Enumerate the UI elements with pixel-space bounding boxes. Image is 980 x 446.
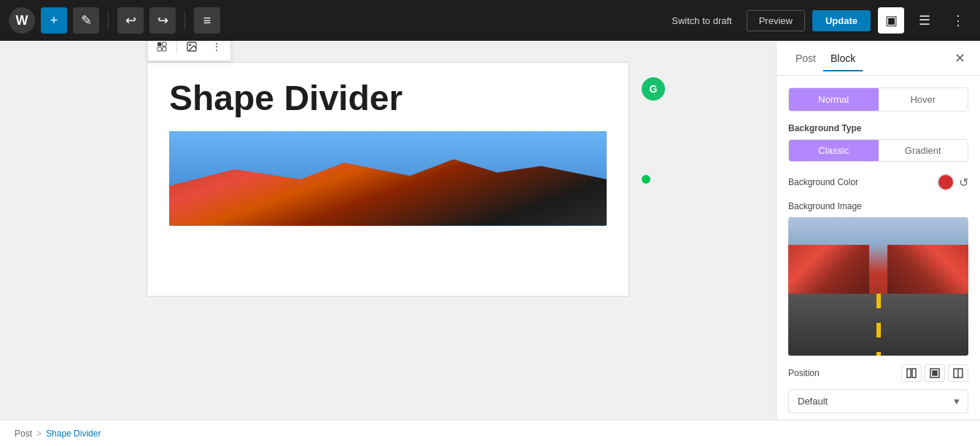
redo-button[interactable]: ↪ — [149, 7, 176, 34]
main-area: ⋮ Shape Divider G Post Block ✕ — [0, 41, 980, 420]
sidebar-close-button[interactable]: ✕ — [952, 47, 968, 69]
bg-image-preview[interactable] — [788, 217, 968, 356]
bg-color-row: Background Color ↺ — [788, 173, 968, 191]
block-image — [169, 131, 607, 226]
bg-type-label: Background Type — [788, 123, 968, 133]
svg-rect-3 — [163, 47, 166, 51]
svg-rect-0 — [158, 42, 161, 46]
settings-icon-button[interactable]: ☰ — [911, 7, 938, 34]
pos-icon-button-3[interactable] — [948, 364, 968, 382]
dropdown-row: Default Top Left Top Center Top Right Ce… — [788, 389, 968, 413]
position-row: Position — [788, 364, 968, 382]
bg-classic-button[interactable]: Classic — [789, 140, 879, 161]
trees-left — [788, 245, 869, 294]
bg-image-inner — [788, 217, 968, 356]
right-sidebar: Post Block ✕ Normal Hover Background Typ… — [776, 41, 980, 420]
breadcrumb-current: Shape Divider — [46, 429, 101, 439]
color-swatch-container: ↺ — [937, 173, 968, 191]
grammarly-button[interactable]: G — [642, 77, 665, 101]
state-normal-button[interactable]: Normal — [789, 88, 879, 111]
trees-right — [887, 245, 968, 294]
update-button[interactable]: Update — [812, 10, 871, 31]
pos-icon-button-1[interactable] — [901, 364, 922, 382]
pos-icon-button-2[interactable] — [925, 364, 945, 382]
position-icons — [901, 364, 968, 382]
topbar-left: W + ✎ ↩ ↪ ≡ — [9, 7, 220, 34]
add-block-button[interactable]: + — [41, 7, 67, 34]
sidebar-content: Normal Hover Background Type Classic Gra… — [777, 76, 980, 420]
wp-logo[interactable]: W — [9, 7, 35, 34]
switch-draft-button[interactable]: Switch to draft — [664, 11, 739, 31]
block-image-tool[interactable] — [180, 41, 203, 58]
list-view-button[interactable]: ≡ — [194, 7, 220, 34]
tool-divider — [176, 41, 177, 54]
block-image-inner — [169, 131, 607, 226]
position-label: Position — [788, 368, 820, 378]
block-image-container — [169, 131, 607, 226]
more-options-button[interactable]: ⋮ — [945, 7, 971, 34]
svg-rect-9 — [933, 371, 937, 375]
bg-image-label: Background Image — [788, 201, 968, 211]
color-swatch[interactable] — [937, 173, 954, 191]
svg-rect-7 — [912, 369, 916, 377]
breadcrumb-root[interactable]: Post — [15, 429, 32, 439]
green-status-dot — [642, 175, 650, 184]
bg-type-toggle: Classic Gradient — [788, 139, 968, 162]
svg-rect-6 — [907, 369, 911, 377]
bg-gradient-button[interactable]: Gradient — [879, 140, 968, 161]
road-line — [876, 294, 881, 356]
edit-button[interactable]: ✎ — [73, 7, 99, 34]
block-title: Shape Divider — [147, 63, 629, 131]
tab-post[interactable]: Post — [788, 45, 823, 71]
content-block[interactable]: ⋮ Shape Divider G — [147, 63, 629, 296]
breadcrumb-bar: Post > Shape Divider — [0, 420, 980, 446]
editor-canvas: ⋮ Shape Divider G — [0, 41, 776, 420]
state-toggle: Normal Hover — [788, 87, 968, 112]
svg-rect-1 — [163, 42, 166, 46]
undo-button[interactable]: ↩ — [117, 7, 144, 34]
svg-rect-2 — [158, 47, 161, 51]
topbar-right: Switch to draft Preview Update ▣ ☰ ⋮ — [664, 7, 971, 34]
toolbar-divider — [108, 12, 109, 29]
block-type-button[interactable] — [150, 41, 174, 58]
color-reset-button[interactable]: ↺ — [959, 176, 968, 189]
sidebar-tabs: Post Block ✕ — [777, 41, 980, 76]
position-dropdown[interactable]: Default Top Left Top Center Top Right Ce… — [788, 389, 968, 413]
bg-color-label: Background Color — [788, 177, 858, 187]
breadcrumb-separator: > — [36, 429, 42, 439]
layout-icon-button[interactable]: ▣ — [878, 7, 904, 34]
state-hover-button[interactable]: Hover — [879, 88, 968, 111]
topbar: W + ✎ ↩ ↪ ≡ Switch to draft Preview Upda… — [0, 0, 980, 41]
block-toolbar: ⋮ — [147, 41, 231, 61]
preview-button[interactable]: Preview — [747, 10, 805, 31]
svg-point-5 — [190, 44, 191, 46]
road-overlay — [788, 294, 968, 356]
block-more-tool[interactable]: ⋮ — [205, 41, 228, 58]
toolbar-divider-2 — [184, 12, 185, 29]
tab-block[interactable]: Block — [823, 45, 863, 71]
